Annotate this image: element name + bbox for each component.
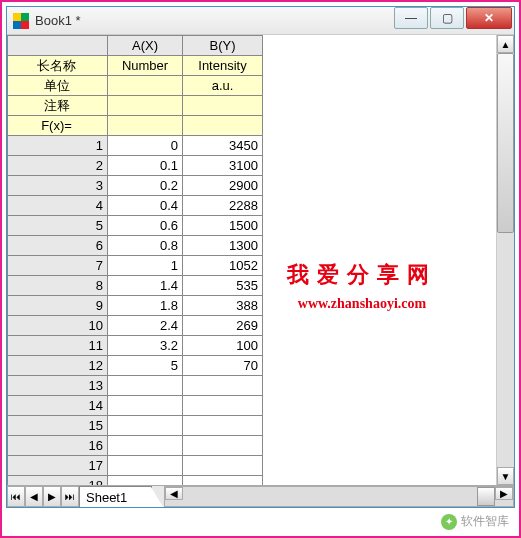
cell-b[interactable]: 3100: [183, 156, 263, 176]
hscroll-thumb[interactable]: [477, 487, 495, 506]
cell-a[interactable]: 0.8: [108, 236, 183, 256]
row-number[interactable]: 16: [8, 436, 108, 456]
window-controls: — ▢ ✕: [394, 7, 514, 34]
sheet-tabbar: ⏮ ◀ ▶ ⏭ Sheet1 ◀ ▶: [7, 485, 514, 507]
cell-b[interactable]: [183, 376, 263, 396]
table-row: 18: [8, 476, 263, 486]
row-number[interactable]: 1: [8, 136, 108, 156]
footer-watermark-text: 软件智库: [461, 513, 509, 530]
row-number[interactable]: 18: [8, 476, 108, 486]
col-b-fx[interactable]: [183, 116, 263, 136]
cell-b[interactable]: 1300: [183, 236, 263, 256]
col-a-comments[interactable]: [108, 96, 183, 116]
row-number[interactable]: 9: [8, 296, 108, 316]
cell-b[interactable]: 535: [183, 276, 263, 296]
workbook-window: Book1 * — ▢ ✕ A(X) B(Y) 长名称 Number: [6, 6, 515, 508]
col-a-fx[interactable]: [108, 116, 183, 136]
comments-label: 注释: [8, 96, 108, 116]
cell-b[interactable]: [183, 476, 263, 486]
cell-b[interactable]: 70: [183, 356, 263, 376]
cell-b[interactable]: 1500: [183, 216, 263, 236]
row-number[interactable]: 15: [8, 416, 108, 436]
cell-b[interactable]: 2900: [183, 176, 263, 196]
sheet-tab-label: Sheet1: [86, 490, 127, 505]
watermark: 我爱分享网 www.zhanshaoyi.com: [287, 260, 437, 312]
tab-nav-prev[interactable]: ◀: [25, 486, 43, 507]
hscroll-left[interactable]: ◀: [165, 487, 183, 500]
cell-a[interactable]: [108, 456, 183, 476]
scroll-down-button[interactable]: ▼: [497, 467, 514, 485]
cell-a[interactable]: 0.6: [108, 216, 183, 236]
sheet-tab[interactable]: Sheet1: [79, 486, 152, 507]
tab-nav-last[interactable]: ⏭: [61, 486, 79, 507]
cell-b[interactable]: 2288: [183, 196, 263, 216]
cell-b[interactable]: 1052: [183, 256, 263, 276]
scroll-up-button[interactable]: ▲: [497, 35, 514, 53]
worksheet-table[interactable]: A(X) B(Y) 长名称 Number Intensity 单位 a.u.: [7, 35, 263, 485]
maximize-button[interactable]: ▢: [430, 7, 464, 29]
cell-a[interactable]: 1.8: [108, 296, 183, 316]
cell-a[interactable]: 0.4: [108, 196, 183, 216]
row-number[interactable]: 6: [8, 236, 108, 256]
table-row: 16: [8, 436, 263, 456]
cell-b[interactable]: 100: [183, 336, 263, 356]
tab-nav-next[interactable]: ▶: [43, 486, 61, 507]
row-number[interactable]: 14: [8, 396, 108, 416]
table-row: 15: [8, 416, 263, 436]
table-row: 30.22900: [8, 176, 263, 196]
cell-a[interactable]: [108, 476, 183, 486]
row-number[interactable]: 4: [8, 196, 108, 216]
titlebar[interactable]: Book1 * — ▢ ✕: [7, 7, 514, 35]
cell-a[interactable]: 1: [108, 256, 183, 276]
row-number[interactable]: 3: [8, 176, 108, 196]
scroll-track[interactable]: [497, 53, 514, 467]
col-b-longname[interactable]: Intensity: [183, 56, 263, 76]
vertical-scrollbar[interactable]: ▲ ▼: [496, 35, 514, 485]
row-number[interactable]: 13: [8, 376, 108, 396]
minimize-button[interactable]: —: [394, 7, 428, 29]
tab-nav-first[interactable]: ⏮: [7, 486, 25, 507]
cell-a[interactable]: 1.4: [108, 276, 183, 296]
hscroll-right[interactable]: ▶: [495, 487, 513, 500]
row-number[interactable]: 5: [8, 216, 108, 236]
scroll-thumb[interactable]: [497, 53, 514, 233]
row-number[interactable]: 7: [8, 256, 108, 276]
col-a-units[interactable]: [108, 76, 183, 96]
hscroll-track[interactable]: ◀ ▶: [164, 486, 514, 507]
table-row: 40.42288: [8, 196, 263, 216]
column-a-header[interactable]: A(X): [108, 36, 183, 56]
cell-a[interactable]: [108, 376, 183, 396]
cell-b[interactable]: [183, 436, 263, 456]
cell-a[interactable]: [108, 436, 183, 456]
wechat-icon: ✦: [441, 514, 457, 530]
content-area: A(X) B(Y) 长名称 Number Intensity 单位 a.u.: [7, 35, 514, 485]
cell-a[interactable]: [108, 396, 183, 416]
row-number[interactable]: 12: [8, 356, 108, 376]
col-b-units[interactable]: a.u.: [183, 76, 263, 96]
cell-b[interactable]: 388: [183, 296, 263, 316]
table-row: 103450: [8, 136, 263, 156]
close-button[interactable]: ✕: [466, 7, 512, 29]
row-number[interactable]: 10: [8, 316, 108, 336]
row-number[interactable]: 2: [8, 156, 108, 176]
col-a-longname[interactable]: Number: [108, 56, 183, 76]
row-number[interactable]: 8: [8, 276, 108, 296]
row-number[interactable]: 11: [8, 336, 108, 356]
cell-b[interactable]: [183, 416, 263, 436]
cell-b[interactable]: 269: [183, 316, 263, 336]
cell-a[interactable]: 0: [108, 136, 183, 156]
column-b-header[interactable]: B(Y): [183, 36, 263, 56]
table-row: 102.4269: [8, 316, 263, 336]
col-b-comments[interactable]: [183, 96, 263, 116]
cell-a[interactable]: 0.2: [108, 176, 183, 196]
cell-b[interactable]: 3450: [183, 136, 263, 156]
cell-a[interactable]: 3.2: [108, 336, 183, 356]
row-number[interactable]: 17: [8, 456, 108, 476]
cell-a[interactable]: 0.1: [108, 156, 183, 176]
corner-cell[interactable]: [8, 36, 108, 56]
cell-a[interactable]: 2.4: [108, 316, 183, 336]
cell-a[interactable]: [108, 416, 183, 436]
cell-a[interactable]: 5: [108, 356, 183, 376]
cell-b[interactable]: [183, 396, 263, 416]
cell-b[interactable]: [183, 456, 263, 476]
